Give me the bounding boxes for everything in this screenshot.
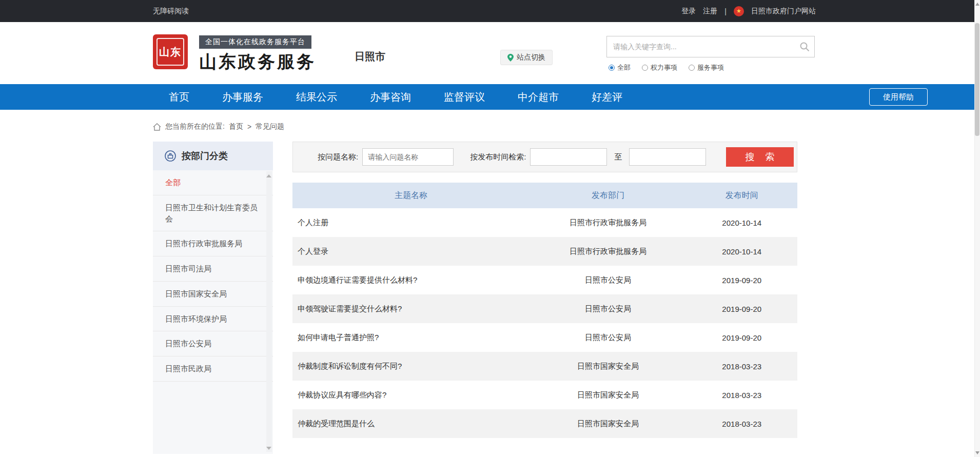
radio-icon: [609, 65, 615, 71]
nav-item-home[interactable]: 首页: [169, 90, 189, 104]
site-switch-button[interactable]: 站点切换: [500, 50, 553, 65]
faq-department: 日照市公安局: [530, 304, 686, 314]
date-from-input[interactable]: [530, 148, 607, 166]
breadcrumb-separator: >: [247, 123, 251, 131]
nav-item-supervision[interactable]: 监督评议: [444, 90, 485, 104]
national-emblem-icon: ★: [734, 6, 744, 16]
faq-date: 2020-10-14: [687, 218, 797, 227]
scroll-up-icon[interactable]: [266, 174, 271, 177]
faq-table: 主题名称 发布部门 发布时间 个人注册 日照市行政审批服务局 2020-10-1…: [292, 183, 797, 438]
scope-radio-power[interactable]: 权力事项: [642, 63, 677, 72]
table-header-row: 主题名称 发布部门 发布时间: [292, 183, 797, 208]
faq-title[interactable]: 申领边境通行证需要提供什么材料?: [292, 275, 530, 285]
home-icon: [153, 123, 161, 131]
filter-date-label: 按发布时间检索:: [470, 152, 526, 162]
table-row[interactable]: 仲裁的受理范围是什么 日照市国家安全局 2018-03-23: [292, 409, 797, 438]
filter-bar: 按问题名称: 按发布时间检索: 至 搜 索: [292, 142, 797, 172]
faq-title[interactable]: 个人注册: [292, 218, 530, 228]
scope-radio-service[interactable]: 服务事项: [689, 63, 724, 72]
department-sidebar: 按部门分类 全部 日照市卫生和计划生育委员会 日照市行政审批服务局 日照市司法局…: [153, 142, 273, 454]
table-row[interactable]: 仲裁协议应具有哪些内容? 日照市国家安全局 2018-03-23: [292, 381, 797, 409]
date-to-label: 至: [614, 152, 622, 162]
help-button[interactable]: 使用帮助: [869, 88, 928, 106]
scroll-down-icon[interactable]: [266, 447, 271, 450]
faq-title[interactable]: 申领驾驶证需要提交什么材料?: [292, 304, 530, 314]
nav-item-consult[interactable]: 办事咨询: [370, 90, 411, 104]
topbar-right: 登录 注册 | ★ 日照市政府门户网站: [681, 6, 816, 16]
sidebar-item-health[interactable]: 日照市卫生和计划生育委员会: [153, 195, 273, 232]
sidebar-item-security[interactable]: 日照市国家安全局: [153, 282, 273, 307]
platform-badge: 全国一体化在线政务服务平台: [199, 35, 311, 49]
scope-label: 服务事项: [697, 63, 724, 72]
table-row[interactable]: 个人登录 日照市行政审批服务局 2020-10-14: [292, 237, 797, 266]
table-row[interactable]: 个人注册 日照市行政审批服务局 2020-10-14: [292, 208, 797, 237]
sidebar-item-environment[interactable]: 日照市环境保护局: [153, 307, 273, 332]
faq-date: 2020-10-14: [687, 247, 797, 256]
sidebar-title: 按部门分类: [182, 150, 228, 162]
topbar-divider: |: [724, 7, 727, 15]
faq-title[interactable]: 个人登录: [292, 247, 530, 256]
nav-item-results[interactable]: 结果公示: [296, 90, 337, 104]
sidebar-item-justice[interactable]: 日照市司法局: [153, 256, 273, 282]
faq-date: 2018-03-23: [687, 391, 797, 400]
faq-department: 日照市国家安全局: [530, 419, 686, 429]
table-row[interactable]: 仲裁制度和诉讼制度有何不同? 日照市国家安全局 2018-03-23: [292, 352, 797, 381]
site-switch-label: 站点切换: [517, 53, 545, 62]
shandong-seal-logo: 山东: [153, 34, 188, 69]
portal-link[interactable]: 日照市政府门户网站: [751, 7, 816, 16]
search-icon[interactable]: [795, 42, 814, 52]
brand-title: 山东政务服务: [199, 50, 316, 74]
register-link[interactable]: 注册: [703, 7, 717, 16]
filter-name-label: 按问题名称:: [318, 152, 358, 162]
radio-icon: [689, 65, 695, 71]
scrollbar-up-icon[interactable]: [975, 3, 979, 6]
table-row[interactable]: 如何申请电子普通护照? 日照市公安局 2019-09-20: [292, 323, 797, 352]
search-button[interactable]: 搜 索: [726, 147, 794, 167]
table-row[interactable]: 申领边境通行证需要提供什么材料? 日照市公安局 2019-09-20: [292, 266, 797, 294]
sidebar-header: 按部门分类: [153, 142, 273, 170]
column-header-title: 主题名称: [292, 190, 530, 201]
nav-list: 首页 办事服务 结果公示 办事咨询 监督评议 中介超市 好差评: [169, 84, 622, 110]
sidebar-item-all[interactable]: 全部: [153, 170, 273, 195]
topbar: 无障碍阅读 登录 注册 | ★ 日照市政府门户网站: [0, 0, 980, 22]
faq-date: 2019-09-20: [687, 276, 797, 285]
nav-item-services[interactable]: 办事服务: [222, 90, 263, 104]
scope-radio-all[interactable]: 全部: [609, 63, 631, 72]
faq-title[interactable]: 仲裁协议应具有哪些内容?: [292, 390, 530, 400]
faq-date: 2018-03-23: [687, 362, 797, 371]
city-name: 日照市: [355, 50, 385, 64]
faq-department: 日照市国家安全局: [530, 390, 686, 400]
sidebar-item-approval[interactable]: 日照市行政审批服务局: [153, 231, 273, 256]
date-to-input[interactable]: [629, 148, 706, 166]
content-area: 按问题名称: 按发布时间检索: 至 搜 索 主题名称 发布部门 发布时间 个人注…: [292, 142, 797, 438]
accessibility-link[interactable]: 无障碍阅读: [153, 7, 189, 16]
question-name-input[interactable]: [362, 148, 454, 166]
sidebar-item-police[interactable]: 日照市公安局: [153, 331, 273, 356]
search-input[interactable]: [607, 43, 795, 51]
sidebar-scrollbar[interactable]: [266, 171, 272, 452]
main-area: 按部门分类 全部 日照市卫生和计划生育委员会 日照市行政审批服务局 日照市司法局…: [153, 142, 980, 454]
faq-date: 2019-09-20: [687, 305, 797, 313]
column-header-date: 发布时间: [687, 190, 797, 201]
table-row[interactable]: 申领驾驶证需要提交什么材料? 日照市公安局 2019-09-20: [292, 294, 797, 323]
scrollbar-down-icon[interactable]: [975, 451, 979, 454]
faq-department: 日照市公安局: [530, 275, 686, 285]
header: 山东 全国一体化在线政务服务平台 山东政务服务 日照市 站点切换 全部 权力事项…: [0, 22, 980, 84]
faq-title[interactable]: 如何申请电子普通护照?: [292, 333, 530, 343]
login-link[interactable]: 登录: [681, 7, 696, 16]
nav-item-rating[interactable]: 好差评: [592, 90, 622, 104]
breadcrumb-home-link[interactable]: 首页: [229, 122, 243, 131]
sidebar-item-civil[interactable]: 日照市民政局: [153, 356, 273, 382]
scope-label: 全部: [617, 63, 631, 72]
faq-title[interactable]: 仲裁制度和诉讼制度有何不同?: [292, 362, 530, 371]
nav-item-intermediary[interactable]: 中介超市: [518, 90, 559, 104]
seal-text: 山东: [156, 38, 184, 66]
faq-title[interactable]: 仲裁的受理范围是什么: [292, 419, 530, 429]
page-scrollbar[interactable]: [974, 0, 980, 457]
scrollbar-thumb[interactable]: [975, 23, 979, 136]
faq-department: 日照市行政审批服务局: [530, 218, 686, 228]
breadcrumb-current: 常见问题: [256, 122, 284, 131]
faq-department: 日照市行政审批服务局: [530, 247, 686, 256]
department-category-icon: [164, 150, 177, 162]
main-nav: 首页 办事服务 结果公示 办事咨询 监督评议 中介超市 好差评 使用帮助: [0, 84, 980, 110]
